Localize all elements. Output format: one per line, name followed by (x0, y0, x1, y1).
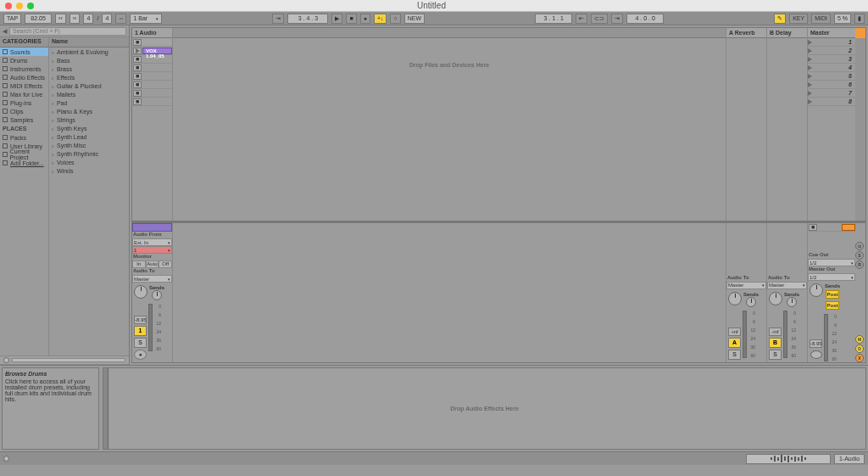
clip-slot[interactable]: ■ (132, 81, 172, 89)
delay-toggle[interactable]: D (855, 344, 864, 353)
input-type-menu[interactable]: Ext. In (132, 238, 172, 246)
post-button[interactable]: Post (826, 290, 839, 299)
list-item[interactable]: Piano & Keys (49, 107, 129, 115)
clip-stop-icon[interactable]: ■ (133, 73, 142, 80)
scene-slot[interactable]: 2 (808, 47, 855, 55)
volume-value[interactable]: -inf (769, 328, 782, 336)
pan-knob[interactable] (134, 285, 147, 299)
midi-map-button[interactable]: MIDI (811, 14, 831, 24)
clip-slot[interactable]: VOX 1.04_05 (132, 47, 172, 55)
track-drop-area[interactable]: Drop Files and Devices Here (173, 28, 726, 221)
post-button[interactable]: Post (826, 301, 839, 310)
track-1-header[interactable]: 1 Audio (132, 28, 172, 38)
clip-slot[interactable]: ■ (132, 89, 172, 98)
scene-slot[interactable]: 8 (808, 98, 855, 106)
clip-slot[interactable]: ■ (132, 72, 172, 81)
punch-out-button[interactable]: ⇥ (611, 14, 623, 24)
loop-button[interactable]: ⊂⊃ (591, 14, 608, 24)
device-title-bar[interactable] (103, 368, 108, 449)
list-item[interactable]: Synth Misc (49, 141, 129, 149)
time-sig-den[interactable]: 4 (102, 14, 112, 24)
output-menu[interactable]: Master (132, 275, 172, 283)
category-sounds[interactable]: Sounds (0, 48, 48, 56)
list-item[interactable]: Bass (49, 56, 129, 64)
collapse-detail-icon[interactable] (3, 456, 9, 462)
clip-stop-icon[interactable]: ■ (133, 39, 142, 46)
close-icon[interactable] (5, 3, 12, 9)
category-max-for-live[interactable]: Max for Live (0, 90, 48, 98)
play-button[interactable]: ▶ (331, 14, 342, 24)
pan-knob[interactable] (728, 292, 742, 305)
clip-stop-icon[interactable]: ■ (133, 64, 142, 71)
draw-mode-button[interactable]: ✎ (774, 14, 786, 24)
io-toggle[interactable]: ⊙ (855, 242, 864, 250)
track-activator[interactable]: A (728, 338, 741, 348)
overload-indicator[interactable]: ▮ (854, 14, 865, 24)
clip-slot[interactable]: ■ (132, 38, 172, 47)
place-current-project[interactable]: Current Project (0, 150, 48, 159)
send-a-knob[interactable] (152, 290, 162, 300)
preview-volume-slider[interactable] (12, 358, 125, 362)
record-button[interactable]: ● (360, 14, 370, 24)
selected-clip-indicator[interactable] (132, 223, 172, 232)
clip-slot[interactable]: ■ (132, 64, 172, 72)
clip-stop-icon[interactable]: ■ (133, 81, 142, 88)
clip-stop-icon[interactable]: ■ (133, 56, 142, 63)
list-item[interactable]: Strings (49, 115, 129, 124)
minimize-icon[interactable] (16, 3, 23, 9)
overdub-button[interactable]: +↓ (374, 14, 387, 24)
solo-cue-button[interactable] (810, 350, 822, 359)
cue-out-menu[interactable]: 1/2 (808, 259, 855, 266)
place-packs[interactable]: Packs (0, 133, 48, 142)
nudge-up-button[interactable]: ›› (70, 14, 81, 24)
stop-button[interactable]: ■ (346, 14, 356, 24)
pan-knob[interactable] (769, 292, 782, 305)
stop-all-clips[interactable]: ■ (808, 223, 855, 232)
loop-start-field[interactable]: 3 . 1 . 1 (535, 14, 572, 24)
list-item[interactable]: Mallets (49, 90, 129, 98)
scene-slot[interactable]: 7 (808, 89, 855, 98)
scene-slot[interactable]: 3 (808, 55, 855, 64)
solo-button[interactable]: S (134, 338, 147, 348)
output-menu[interactable]: Master (767, 282, 807, 289)
list-item[interactable]: Brass (49, 64, 129, 73)
track-activator[interactable]: 1 (134, 326, 147, 336)
monitor-toggle[interactable]: InAutoOff (132, 260, 172, 268)
key-map-button[interactable]: KEY (789, 14, 808, 24)
returns-toggle[interactable]: R (855, 260, 864, 269)
list-item[interactable]: Ambient & Evolving (49, 48, 129, 56)
volume-value[interactable]: -8.95 (810, 339, 822, 348)
follow-button[interactable]: ⇥ (272, 14, 284, 24)
arrange-position[interactable]: 3 . 4 . 3 (287, 14, 328, 24)
automation-arm-button[interactable]: ○ (390, 14, 400, 24)
category-audio-effects[interactable]: Audio Effects (0, 73, 48, 81)
volume-value[interactable]: -inf (728, 328, 741, 336)
device-view[interactable]: Drop Audio Effects Here (103, 367, 866, 450)
list-item[interactable]: Synth Keys (49, 124, 129, 132)
monitor-in[interactable]: In (132, 260, 146, 268)
status-track-label[interactable]: 1-Audio (834, 454, 865, 464)
preview-button[interactable] (3, 357, 9, 363)
clip-overview[interactable] (746, 454, 831, 464)
category-instruments[interactable]: Instruments (0, 64, 48, 73)
master-out-menu[interactable]: 1/2 (808, 273, 855, 281)
tap-tempo-button[interactable]: TAP (3, 14, 21, 24)
scene-slot[interactable]: 6 (808, 81, 855, 89)
session-view-selector-icon[interactable] (855, 28, 865, 38)
loop-length-field[interactable]: 4 . 0 . 0 (626, 14, 664, 24)
clip-slot[interactable]: ■ (132, 98, 172, 106)
cue-volume-knob[interactable] (810, 283, 823, 297)
master-header[interactable]: Master (808, 28, 855, 38)
send-knob[interactable] (746, 297, 756, 307)
return-a-header[interactable]: A Reverb (726, 28, 766, 38)
list-item[interactable]: Pad (49, 98, 129, 107)
monitor-off[interactable]: Off (159, 260, 172, 268)
search-input[interactable] (9, 27, 126, 36)
input-channel-menu[interactable]: 1 (132, 246, 172, 254)
quantize-menu[interactable]: 1 Bar (130, 14, 162, 24)
volume-value[interactable]: -8.95 (134, 316, 147, 324)
arrow-icon[interactable] (842, 224, 855, 231)
clip[interactable]: VOX 1.04_05 (142, 48, 172, 54)
track-activator[interactable]: B (769, 338, 782, 348)
list-item[interactable]: Effects (49, 73, 129, 81)
